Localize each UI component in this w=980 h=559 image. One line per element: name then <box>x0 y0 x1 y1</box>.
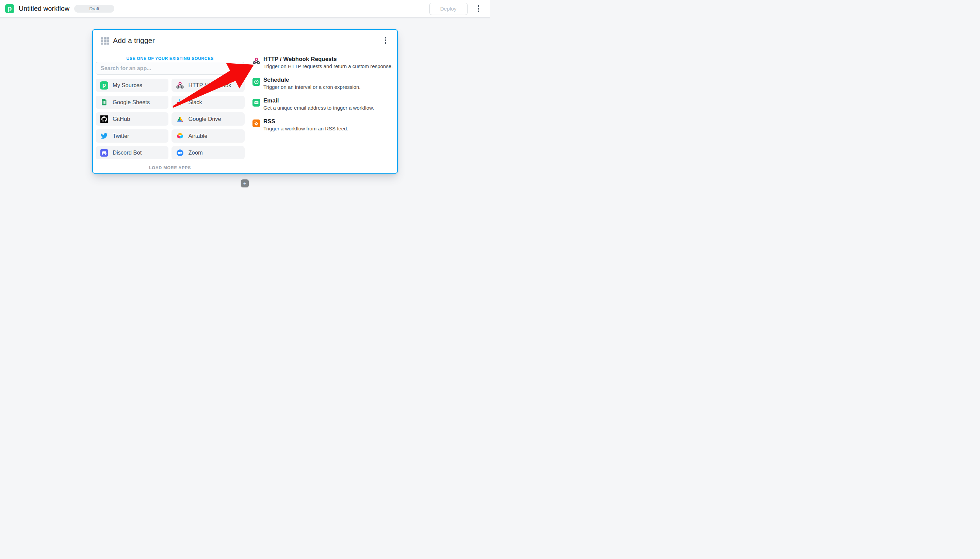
app-grid: p My Sources <box>96 79 245 159</box>
app-item-label: Slack <box>188 99 202 106</box>
trigger-title: RSS <box>263 118 348 125</box>
status-badge-label: Draft <box>89 6 99 11</box>
trigger-description: Get a unique email address to trigger a … <box>263 104 374 111</box>
card-menu-icon[interactable] <box>383 35 389 46</box>
existing-sources-heading: USE ONE OF YOUR EXISTING SOURCES <box>96 56 244 61</box>
twitter-icon <box>100 132 108 140</box>
app-item-label: GitHub <box>113 116 130 122</box>
step-connector-line <box>245 174 246 180</box>
trigger-description: Trigger on HTTP requests and return a cu… <box>263 63 393 69</box>
rss-icon <box>252 119 260 127</box>
app-item-my-sources[interactable]: p My Sources <box>96 79 168 92</box>
top-bar: p Untitled workflow Draft Deploy <box>0 0 490 18</box>
add-trigger-card: Add a trigger USE ONE OF YOUR EXISTING S… <box>92 29 398 174</box>
app-item-twitter[interactable]: Twitter <box>96 129 168 143</box>
workflow-canvas: Add a trigger USE ONE OF YOUR EXISTING S… <box>0 18 490 280</box>
app-item-slack[interactable]: Slack <box>172 96 245 109</box>
pipedream-icon: p <box>100 81 108 89</box>
trigger-option-schedule[interactable]: Schedule Trigger on an interval or a cro… <box>252 77 394 90</box>
plus-icon: + <box>243 180 247 186</box>
app-item-google-drive[interactable]: Google Drive <box>172 112 245 126</box>
app-item-label: Twitter <box>113 133 129 139</box>
pipedream-logo-icon[interactable]: p <box>5 4 14 13</box>
trigger-option-http-webhook[interactable]: HTTP / Webhook Requests Trigger on HTTP … <box>252 56 394 69</box>
airtable-icon <box>176 132 184 140</box>
add-trigger-card-body: USE ONE OF YOUR EXISTING SOURCES p My So… <box>93 51 397 173</box>
google-drive-icon <box>176 115 184 123</box>
trigger-options-list: HTTP / Webhook Requests Trigger on HTTP … <box>252 56 394 139</box>
zoom-icon <box>176 149 184 157</box>
webhook-icon <box>176 81 184 89</box>
trigger-description: Trigger on an interval or a cron express… <box>263 84 360 90</box>
trigger-description: Trigger a workflow from an RSS feed. <box>263 125 348 132</box>
app-item-label: Google Sheets <box>113 99 150 106</box>
webhook-icon <box>252 57 260 65</box>
card-title: Add a trigger <box>113 36 155 45</box>
app-item-discord-bot[interactable]: Discord Bot <box>96 146 168 159</box>
app-item-google-sheets[interactable]: Google Sheets <box>96 96 168 109</box>
discord-icon <box>100 149 108 157</box>
add-step-button[interactable]: + <box>241 179 249 187</box>
trigger-title: HTTP / Webhook Requests <box>263 56 393 63</box>
app-item-label: Zoom <box>188 149 203 156</box>
trigger-title: Email <box>263 98 374 104</box>
google-sheets-icon <box>100 98 108 106</box>
app-item-label: Discord Bot <box>113 149 142 156</box>
app-item-airtable[interactable]: Airtable <box>172 129 245 143</box>
trigger-title: Schedule <box>263 77 360 83</box>
clock-icon <box>252 78 260 86</box>
trigger-option-email[interactable]: Email Get a unique email address to trig… <box>252 98 394 111</box>
app-item-label: My Sources <box>113 82 142 89</box>
workflow-title[interactable]: Untitled workflow <box>19 5 69 13</box>
github-icon <box>100 115 108 123</box>
app-item-github[interactable]: GitHub <box>96 112 168 126</box>
email-icon <box>252 99 260 107</box>
load-more-apps-button[interactable]: LOAD MORE APPS <box>96 165 244 170</box>
app-item-zoom[interactable]: Zoom <box>172 146 245 159</box>
deploy-button[interactable]: Deploy <box>429 3 467 15</box>
app-search-input[interactable] <box>96 62 244 74</box>
add-trigger-card-header: Add a trigger <box>93 30 397 51</box>
slack-icon <box>176 98 184 106</box>
deploy-button-label: Deploy <box>440 6 456 12</box>
logo-letter: p <box>8 5 12 12</box>
app-item-http-webhook[interactable]: HTTP / Webhook <box>172 79 245 92</box>
drag-handle-icon[interactable] <box>101 37 108 44</box>
workflow-menu-icon[interactable] <box>476 3 482 14</box>
app-item-label: HTTP / Webhook <box>188 82 231 89</box>
app-item-label: Google Drive <box>188 116 221 122</box>
status-badge: Draft <box>74 5 114 13</box>
app-item-label: Airtable <box>188 133 208 139</box>
trigger-option-rss[interactable]: RSS Trigger a workflow from an RSS feed. <box>252 118 394 132</box>
